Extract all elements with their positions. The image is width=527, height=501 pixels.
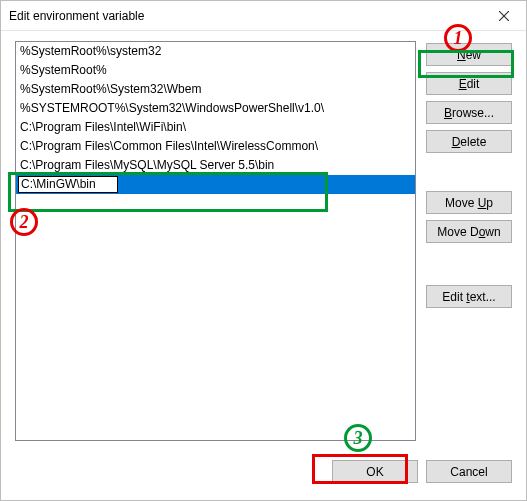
list-item[interactable]: %SystemRoot%\system32 bbox=[16, 42, 415, 61]
list-item-selected[interactable] bbox=[16, 175, 415, 194]
close-icon bbox=[499, 11, 509, 21]
move-up-button[interactable]: Move Up bbox=[426, 191, 512, 214]
edit-env-var-dialog: Edit environment variable %SystemRoot%\s… bbox=[1, 1, 526, 500]
list-item[interactable]: %SYSTEMROOT%\System32\WindowsPowerShell\… bbox=[16, 99, 415, 118]
edit-button[interactable]: Edit bbox=[426, 72, 512, 95]
list-item[interactable]: %SystemRoot%\System32\Wbem bbox=[16, 80, 415, 99]
titlebar: Edit environment variable bbox=[1, 1, 526, 31]
ok-button[interactable]: OK bbox=[332, 460, 418, 483]
inline-edit-input[interactable] bbox=[18, 176, 118, 193]
list-item[interactable]: C:\Program Files\MySQL\MySQL Server 5.5\… bbox=[16, 156, 415, 175]
edit-text-button[interactable]: Edit text... bbox=[426, 285, 512, 308]
new-button[interactable]: New bbox=[426, 43, 512, 66]
path-listbox[interactable]: %SystemRoot%\system32 %SystemRoot% %Syst… bbox=[15, 41, 416, 441]
button-column: New Edit Browse... Delete Move Up Move D… bbox=[426, 41, 514, 441]
dialog-footer: OK Cancel bbox=[1, 453, 526, 500]
move-down-button[interactable]: Move Down bbox=[426, 220, 512, 243]
browse-button[interactable]: Browse... bbox=[426, 101, 512, 124]
delete-button[interactable]: Delete bbox=[426, 130, 512, 153]
list-item[interactable]: %SystemRoot% bbox=[16, 61, 415, 80]
close-button[interactable] bbox=[481, 1, 526, 30]
dialog-title: Edit environment variable bbox=[9, 9, 144, 23]
list-item[interactable]: C:\Program Files\Intel\WiFi\bin\ bbox=[16, 118, 415, 137]
list-item[interactable]: C:\Program Files\Common Files\Intel\Wire… bbox=[16, 137, 415, 156]
cancel-button[interactable]: Cancel bbox=[426, 460, 512, 483]
